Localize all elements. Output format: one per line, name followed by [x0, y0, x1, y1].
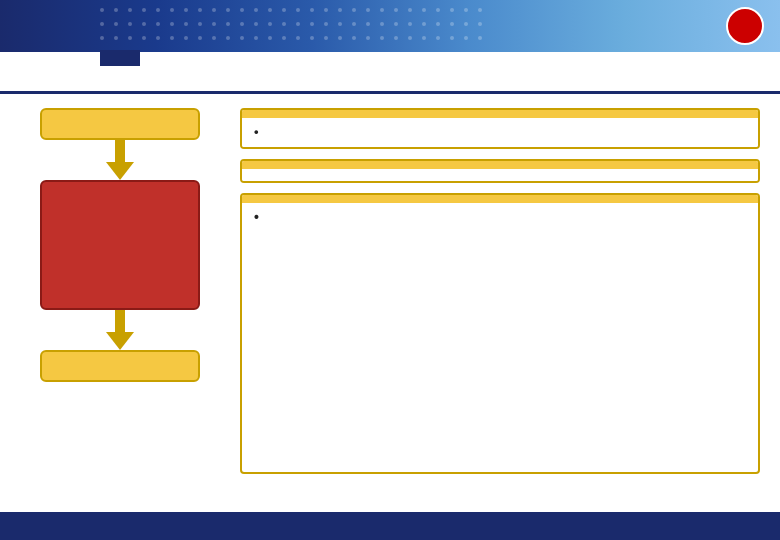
footer	[0, 512, 780, 540]
title-bar-wrapper	[0, 52, 780, 94]
slide-title	[100, 50, 140, 66]
dot-decoration: // Generate dots const grid = document.q…	[100, 8, 488, 46]
transparent-header	[242, 110, 758, 118]
sdu-pdu-header	[242, 161, 758, 169]
sdu-pdu-body	[242, 169, 758, 181]
sdu-pdu-section	[240, 159, 760, 183]
tm-rlc-box	[40, 180, 200, 310]
transparent-section	[240, 108, 760, 149]
main-content: •	[0, 94, 780, 484]
arrow-shaft-bottom	[115, 310, 125, 332]
transparent-item	[254, 124, 746, 139]
arrow-shaft-top	[115, 140, 125, 162]
transparent-body	[242, 118, 758, 147]
arrow-top	[106, 140, 134, 180]
left-column	[20, 108, 220, 474]
arrow-bottom	[106, 310, 134, 350]
application-body: •	[242, 203, 758, 235]
application-section: •	[240, 193, 760, 474]
rlc-pdu-box	[40, 350, 200, 382]
right-column: •	[240, 108, 760, 474]
arrow-head-top	[106, 162, 134, 180]
rlc-sdu-box	[40, 108, 200, 140]
lg-logo	[718, 7, 768, 45]
arrow-head-bottom	[106, 332, 134, 350]
lg-circle-icon	[726, 7, 764, 45]
top-bar: // Generate dots const grid = document.q…	[0, 0, 780, 52]
application-header	[242, 195, 758, 203]
app-main-text: •	[254, 209, 746, 225]
